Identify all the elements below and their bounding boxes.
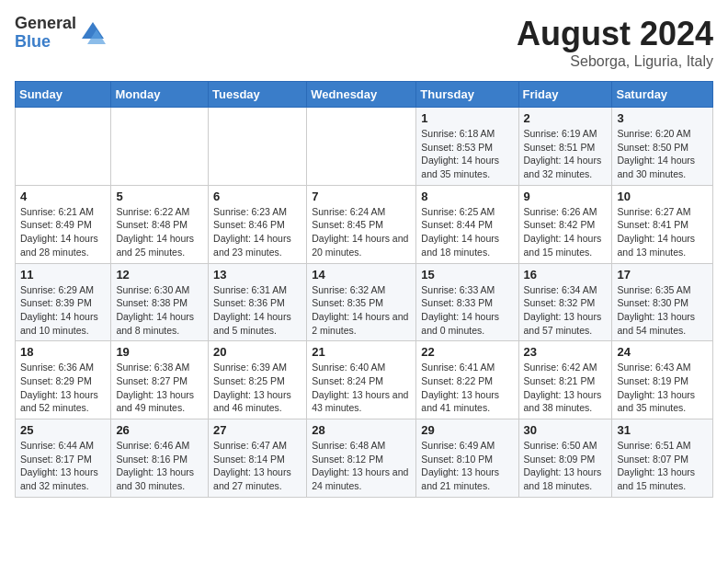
day-info: Sunrise: 6:27 AM Sunset: 8:41 PM Dayligh…	[617, 205, 708, 259]
day-info: Sunrise: 6:49 AM Sunset: 8:10 PM Dayligh…	[421, 439, 513, 493]
day-number: 10	[617, 190, 708, 203]
calendar-day-21: 21Sunrise: 6:40 AM Sunset: 8:24 PM Dayli…	[307, 341, 416, 419]
empty-cell	[111, 108, 209, 186]
day-number: 17	[617, 268, 708, 282]
day-number: 4	[20, 190, 106, 203]
calendar-day-10: 10Sunrise: 6:27 AM Sunset: 8:41 PM Dayli…	[612, 185, 713, 263]
calendar-header: SundayMondayTuesdayWednesdayThursdayFrid…	[16, 82, 713, 108]
day-info: Sunrise: 6:36 AM Sunset: 8:29 PM Dayligh…	[20, 361, 106, 415]
calendar-day-4: 4Sunrise: 6:21 AM Sunset: 8:49 PM Daylig…	[16, 185, 111, 263]
empty-cell	[209, 108, 307, 186]
calendar-day-9: 9Sunrise: 6:26 AM Sunset: 8:42 PM Daylig…	[518, 185, 612, 263]
day-info: Sunrise: 6:34 AM Sunset: 8:32 PM Dayligh…	[524, 283, 608, 338]
day-number: 29	[421, 423, 513, 437]
day-number: 21	[312, 345, 411, 359]
calendar-day-5: 5Sunrise: 6:22 AM Sunset: 8:48 PM Daylig…	[111, 185, 209, 263]
day-info: Sunrise: 6:51 AM Sunset: 8:07 PM Dayligh…	[617, 439, 708, 493]
calendar-week-3: 11Sunrise: 6:29 AM Sunset: 8:39 PM Dayli…	[16, 263, 713, 341]
calendar-day-15: 15Sunrise: 6:33 AM Sunset: 8:33 PM Dayli…	[416, 263, 518, 341]
day-info: Sunrise: 6:39 AM Sunset: 8:25 PM Dayligh…	[213, 361, 301, 415]
title-block: August 2024 Seborga, Liguria, Italy	[517, 15, 713, 70]
day-info: Sunrise: 6:40 AM Sunset: 8:24 PM Dayligh…	[312, 361, 411, 415]
calendar-day-12: 12Sunrise: 6:30 AM Sunset: 8:38 PM Dayli…	[111, 263, 209, 341]
day-number: 16	[524, 268, 608, 282]
day-info: Sunrise: 6:24 AM Sunset: 8:45 PM Dayligh…	[312, 205, 411, 259]
day-number: 8	[421, 190, 513, 203]
day-number: 15	[421, 268, 513, 282]
calendar-day-27: 27Sunrise: 6:47 AM Sunset: 8:14 PM Dayli…	[209, 419, 307, 498]
col-header-wednesday: Wednesday	[307, 82, 416, 108]
col-header-saturday: Saturday	[612, 82, 713, 108]
calendar-day-1: 1Sunrise: 6:18 AM Sunset: 8:53 PM Daylig…	[416, 108, 518, 186]
day-number: 24	[617, 345, 708, 359]
day-info: Sunrise: 6:23 AM Sunset: 8:46 PM Dayligh…	[213, 205, 301, 259]
day-number: 19	[116, 345, 203, 359]
day-info: Sunrise: 6:22 AM Sunset: 8:48 PM Dayligh…	[116, 205, 203, 259]
calendar-day-17: 17Sunrise: 6:35 AM Sunset: 8:30 PM Dayli…	[612, 263, 713, 341]
col-header-monday: Monday	[111, 82, 209, 108]
logo-blue: Blue	[15, 33, 76, 52]
day-number: 1	[421, 111, 513, 125]
calendar-week-5: 25Sunrise: 6:44 AM Sunset: 8:17 PM Dayli…	[16, 419, 713, 498]
day-number: 20	[213, 345, 301, 359]
day-info: Sunrise: 6:25 AM Sunset: 8:44 PM Dayligh…	[421, 205, 513, 259]
calendar-day-7: 7Sunrise: 6:24 AM Sunset: 8:45 PM Daylig…	[307, 185, 416, 263]
day-info: Sunrise: 6:41 AM Sunset: 8:22 PM Dayligh…	[421, 361, 513, 415]
calendar-day-19: 19Sunrise: 6:38 AM Sunset: 8:27 PM Dayli…	[111, 341, 209, 419]
calendar-week-4: 18Sunrise: 6:36 AM Sunset: 8:29 PM Dayli…	[16, 341, 713, 419]
calendar-day-14: 14Sunrise: 6:32 AM Sunset: 8:35 PM Dayli…	[307, 263, 416, 341]
day-info: Sunrise: 6:43 AM Sunset: 8:19 PM Dayligh…	[617, 361, 708, 415]
calendar-day-25: 25Sunrise: 6:44 AM Sunset: 8:17 PM Dayli…	[16, 419, 111, 498]
calendar-day-29: 29Sunrise: 6:49 AM Sunset: 8:10 PM Dayli…	[416, 419, 518, 498]
calendar-day-13: 13Sunrise: 6:31 AM Sunset: 8:36 PM Dayli…	[209, 263, 307, 341]
day-number: 23	[524, 345, 608, 359]
logo: General Blue	[15, 15, 106, 52]
day-number: 22	[421, 345, 513, 359]
page-header: General Blue August 2024 Seborga, Liguri…	[15, 15, 713, 70]
calendar-day-31: 31Sunrise: 6:51 AM Sunset: 8:07 PM Dayli…	[612, 419, 713, 498]
day-info: Sunrise: 6:35 AM Sunset: 8:30 PM Dayligh…	[617, 283, 708, 338]
day-number: 26	[116, 423, 203, 437]
day-number: 18	[20, 345, 106, 359]
calendar-day-28: 28Sunrise: 6:48 AM Sunset: 8:12 PM Dayli…	[307, 419, 416, 498]
day-info: Sunrise: 6:18 AM Sunset: 8:53 PM Dayligh…	[421, 127, 513, 181]
calendar-day-24: 24Sunrise: 6:43 AM Sunset: 8:19 PM Dayli…	[612, 341, 713, 419]
calendar-day-23: 23Sunrise: 6:42 AM Sunset: 8:21 PM Dayli…	[518, 341, 612, 419]
day-number: 5	[116, 190, 203, 203]
day-info: Sunrise: 6:50 AM Sunset: 8:09 PM Dayligh…	[524, 439, 608, 493]
day-info: Sunrise: 6:48 AM Sunset: 8:12 PM Dayligh…	[312, 439, 411, 493]
calendar-week-2: 4Sunrise: 6:21 AM Sunset: 8:49 PM Daylig…	[16, 185, 713, 263]
day-number: 11	[20, 268, 106, 282]
day-info: Sunrise: 6:26 AM Sunset: 8:42 PM Dayligh…	[524, 205, 608, 259]
day-info: Sunrise: 6:47 AM Sunset: 8:14 PM Dayligh…	[213, 439, 301, 493]
day-number: 25	[20, 423, 106, 437]
day-number: 14	[312, 268, 411, 282]
main-title: August 2024	[517, 15, 713, 53]
day-number: 31	[617, 423, 708, 437]
day-number: 28	[312, 423, 411, 437]
day-info: Sunrise: 6:30 AM Sunset: 8:38 PM Dayligh…	[116, 283, 203, 338]
day-number: 7	[312, 190, 411, 203]
day-info: Sunrise: 6:42 AM Sunset: 8:21 PM Dayligh…	[524, 361, 608, 415]
calendar-table: SundayMondayTuesdayWednesdayThursdayFrid…	[15, 81, 713, 498]
day-info: Sunrise: 6:44 AM Sunset: 8:17 PM Dayligh…	[20, 439, 106, 493]
calendar-day-22: 22Sunrise: 6:41 AM Sunset: 8:22 PM Dayli…	[416, 341, 518, 419]
calendar-day-2: 2Sunrise: 6:19 AM Sunset: 8:51 PM Daylig…	[518, 108, 612, 186]
day-info: Sunrise: 6:32 AM Sunset: 8:35 PM Dayligh…	[312, 283, 411, 338]
day-number: 12	[116, 268, 203, 282]
day-info: Sunrise: 6:31 AM Sunset: 8:36 PM Dayligh…	[213, 283, 301, 338]
sub-title: Seborga, Liguria, Italy	[517, 53, 713, 70]
calendar-day-26: 26Sunrise: 6:46 AM Sunset: 8:16 PM Dayli…	[111, 419, 209, 498]
day-info: Sunrise: 6:21 AM Sunset: 8:49 PM Dayligh…	[20, 205, 106, 259]
col-header-friday: Friday	[518, 82, 612, 108]
day-number: 9	[524, 190, 608, 203]
calendar-day-6: 6Sunrise: 6:23 AM Sunset: 8:46 PM Daylig…	[209, 185, 307, 263]
day-info: Sunrise: 6:33 AM Sunset: 8:33 PM Dayligh…	[421, 283, 513, 338]
logo-general: General	[15, 15, 76, 33]
calendar-day-18: 18Sunrise: 6:36 AM Sunset: 8:29 PM Dayli…	[16, 341, 111, 419]
day-info: Sunrise: 6:29 AM Sunset: 8:39 PM Dayligh…	[20, 283, 106, 338]
day-info: Sunrise: 6:19 AM Sunset: 8:51 PM Dayligh…	[524, 127, 608, 181]
day-number: 30	[524, 423, 608, 437]
day-number: 13	[213, 268, 301, 282]
empty-cell	[307, 108, 416, 186]
